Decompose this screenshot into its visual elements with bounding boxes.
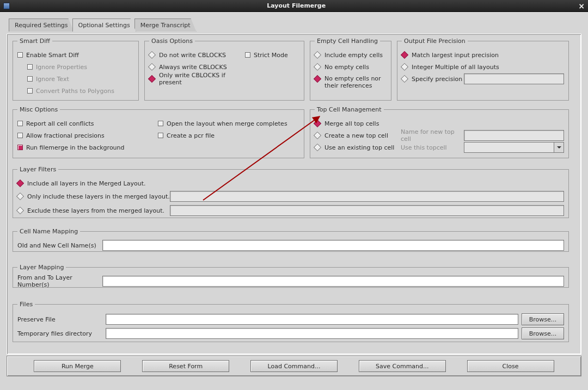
group-cell-name-mapping: Cell Name Mapping Old and New Cell Name(… xyxy=(13,228,569,252)
radio-include-all-layers[interactable]: Include all layers in the Merged Layout. xyxy=(17,177,564,189)
radio-cblocks-none[interactable]: Do not write CBLOCKS xyxy=(149,49,245,61)
check-run-background[interactable]: Run filemerge in the background xyxy=(17,141,158,153)
input-specify-precision xyxy=(464,73,564,84)
input-new-topcell-name xyxy=(464,130,564,141)
combo-existing-topcell xyxy=(464,142,564,153)
load-command-button[interactable]: Load Command... xyxy=(250,360,338,372)
input-preserve-file[interactable] xyxy=(106,314,518,325)
legend-files: Files xyxy=(17,301,35,308)
legend-layer-filters: Layer Filters xyxy=(17,166,58,173)
check-enable-smart-diff[interactable]: Enable Smart Diff xyxy=(17,49,134,61)
input-exclude-layers xyxy=(170,205,564,216)
input-only-layers xyxy=(170,191,564,202)
legend-empty-cell: Empty Cell Handling xyxy=(315,38,380,45)
check-ignore-text: Ignore Text xyxy=(17,73,134,85)
radio-intmul-precision[interactable]: Integer Multiple of all layouts xyxy=(402,61,564,73)
group-topcell: Top Cell Management Merge all top cells … xyxy=(310,106,569,158)
app-icon xyxy=(3,3,10,9)
check-strict-mode[interactable]: Strict Mode xyxy=(245,49,299,61)
group-layer-mapping: Layer Mapping From and To Layer Number(s… xyxy=(13,264,569,288)
legend-topcell: Top Cell Management xyxy=(315,106,384,113)
radio-cblocks-present[interactable]: Only write CBLOCKS if present xyxy=(149,73,245,85)
radio-no-empty-refs[interactable]: No empty cells nor their references xyxy=(315,73,387,91)
window-title: Layout Filemerge xyxy=(14,2,578,9)
label-name-new-topcell: Name for new top cell xyxy=(401,128,464,143)
group-oasis: Oasis Options Do not write CBLOCKS Alway… xyxy=(144,38,304,101)
radio-cblocks-always[interactable]: Always write CBLOCKS xyxy=(149,61,245,73)
input-cell-map[interactable] xyxy=(102,240,564,251)
input-tmpdir[interactable] xyxy=(106,328,518,339)
radio-use-topcell[interactable]: Use an existing top cell Use this topcel… xyxy=(315,141,564,153)
close-button[interactable]: Close xyxy=(467,360,554,372)
reset-form-button[interactable]: Reset Form xyxy=(142,360,229,372)
check-fractional-precisions[interactable]: Allow fractional precisions xyxy=(17,129,158,141)
bottom-bar: Run Merge Reset Form Load Command... Sav… xyxy=(7,356,581,376)
close-icon[interactable]: × xyxy=(578,2,585,10)
legend-cell-map: Cell Name Mapping xyxy=(17,228,80,235)
tab-bar: Required Settings Optional Settings Merg… xyxy=(9,17,584,32)
legend-smart-diff: Smart Diff xyxy=(17,38,52,45)
legend-oasis: Oasis Options xyxy=(149,38,195,45)
label-cell-map: Old and New Cell Name(s) xyxy=(17,242,102,249)
group-precision: Output File Precision Match largest inpu… xyxy=(397,38,569,101)
radio-create-topcell[interactable]: Create a new top cell Name for new top c… xyxy=(315,129,564,141)
check-report-conflicts[interactable]: Report all cell conflicts xyxy=(17,117,158,129)
legend-misc: Misc Options xyxy=(17,106,60,113)
browse-tmpdir-button[interactable]: Browse... xyxy=(522,327,564,339)
legend-precision: Output File Precision xyxy=(402,38,468,45)
run-merge-button[interactable]: Run Merge xyxy=(34,360,121,372)
radio-exclude-layers[interactable]: Exclude these layers from the merged lay… xyxy=(17,203,564,218)
radio-specify-precision[interactable]: Specify precision xyxy=(402,73,564,85)
check-open-layout[interactable]: Open the layout when merge completes xyxy=(158,117,299,129)
tab-transcript[interactable]: Merge Transcript xyxy=(134,18,197,32)
group-misc: Misc Options Report all cell conflicts A… xyxy=(13,106,304,158)
group-files: Files Preserve File Browse... Temporary … xyxy=(13,301,569,342)
save-command-button[interactable]: Save Command... xyxy=(359,360,446,372)
radio-only-layers[interactable]: Only include these layers in the merged … xyxy=(17,189,564,203)
check-ignore-properties: Ignore Properties xyxy=(17,61,134,73)
group-empty-cell: Empty Cell Handling Include empty cells … xyxy=(310,38,391,101)
radio-match-precision[interactable]: Match largest input precision xyxy=(402,49,564,61)
legend-layer-map: Layer Mapping xyxy=(17,264,66,271)
group-smart-diff: Smart Diff Enable Smart Diff Ignore Prop… xyxy=(13,38,139,101)
check-convert-paths: Convert Paths to Polygons xyxy=(17,85,134,97)
label-use-topcell: Use this topcell xyxy=(401,144,464,151)
input-layer-map[interactable] xyxy=(102,276,564,287)
check-create-pcr[interactable]: Create a pcr file xyxy=(158,129,299,141)
label-layer-map: From and To Layer Number(s) xyxy=(17,274,102,288)
chevron-down-icon xyxy=(554,143,564,152)
label-tmpdir: Temporary files directory xyxy=(17,330,102,337)
group-layer-filters: Layer Filters Include all layers in the … xyxy=(13,166,569,218)
browse-preserve-button[interactable]: Browse... xyxy=(522,313,564,325)
tab-required[interactable]: Required Settings xyxy=(9,18,74,32)
titlebar: Layout Filemerge × xyxy=(0,0,588,12)
radio-merge-topcells[interactable]: Merge all top cells xyxy=(315,117,564,129)
tab-optional[interactable]: Optional Settings xyxy=(72,18,136,32)
radio-include-empty[interactable]: Include empty cells xyxy=(315,49,387,61)
label-preserve-file: Preserve File xyxy=(17,316,102,323)
radio-no-empty[interactable]: No empty cells xyxy=(315,61,387,73)
